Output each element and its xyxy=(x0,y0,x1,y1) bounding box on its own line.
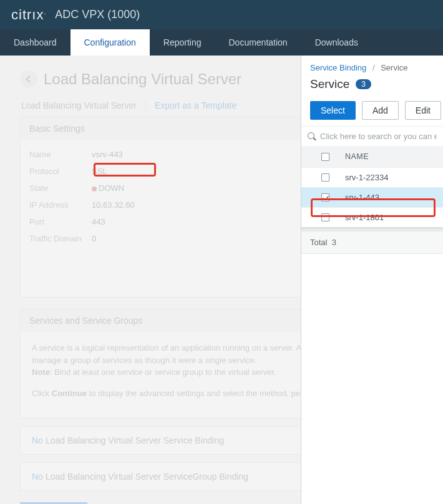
row-checkbox[interactable] xyxy=(321,213,329,221)
panel-title: Service xyxy=(310,77,349,91)
back-button[interactable] xyxy=(20,70,37,88)
arrow-left-icon xyxy=(26,75,32,82)
divider xyxy=(145,100,146,110)
table-row[interactable]: srv-1-22334 xyxy=(301,167,443,187)
select-all-checkbox[interactable] xyxy=(321,153,329,161)
field-name-label: Name xyxy=(29,150,92,159)
service-side-panel: Service Binding / Service Service 3 Sele… xyxy=(301,56,443,504)
search-icon xyxy=(308,132,316,141)
add-button[interactable]: Add xyxy=(362,101,399,120)
row-name: srv-1-443 xyxy=(340,193,434,202)
menu-documentation[interactable]: Documentation xyxy=(215,29,301,56)
crumb-service-binding[interactable]: Service Binding xyxy=(310,63,366,72)
export-template-link[interactable]: Export as a Template xyxy=(155,100,236,110)
field-port-value: 443 xyxy=(92,217,105,226)
row-checkbox[interactable] xyxy=(321,193,329,201)
field-protocol-value: SSL xyxy=(92,167,107,176)
column-name[interactable]: NAME xyxy=(340,152,434,161)
crumb-service: Service xyxy=(381,63,407,72)
row-name: srv-1-22334 xyxy=(340,173,434,182)
top-bar: citrıx. ADC VPX (1000) xyxy=(0,0,443,29)
field-port-label: Port xyxy=(29,217,92,226)
main-menu: Dashboard Configuration Reporting Docume… xyxy=(0,29,443,56)
menu-downloads[interactable]: Downloads xyxy=(301,29,372,56)
brand-logo: citrıx. xyxy=(11,7,46,23)
menu-reporting[interactable]: Reporting xyxy=(150,29,215,56)
menu-configuration[interactable]: Configuration xyxy=(71,29,150,56)
breadcrumb: Service Binding / Service xyxy=(301,56,443,75)
total-row: Total 3 xyxy=(301,231,443,254)
field-state-value: DOWN xyxy=(92,183,124,193)
search-input[interactable] xyxy=(320,132,437,141)
service-count-pill: 3 xyxy=(356,79,371,89)
row-name: srv-1-1801 xyxy=(340,213,434,222)
row-checkbox[interactable] xyxy=(321,173,329,182)
field-traffic-domain-label: Traffic Domain xyxy=(29,234,92,243)
product-name: ADC VPX (1000) xyxy=(55,8,140,21)
field-ip-label: IP Address xyxy=(29,200,92,210)
table-row[interactable]: srv-1-1801 xyxy=(301,207,443,227)
table-header: NAME xyxy=(301,146,443,167)
state-down-icon xyxy=(92,187,97,191)
field-state-label: State xyxy=(29,183,92,193)
menu-dashboard[interactable]: Dashboard xyxy=(0,29,71,56)
field-ip-value: 10.63.32.60 xyxy=(92,200,135,210)
select-button[interactable]: Select xyxy=(310,101,356,120)
table-row[interactable]: srv-1-443 xyxy=(301,187,443,207)
edit-button[interactable]: Edit xyxy=(405,101,441,120)
page-title: Load Balancing Virtual Server xyxy=(44,70,241,88)
field-traffic-domain-value: 0 xyxy=(92,234,96,243)
page-subtitle: Load Balancing Virtual Server xyxy=(21,100,137,110)
field-protocol-label: Protocol xyxy=(29,167,92,176)
field-name-value: vsrv-443 xyxy=(92,150,123,159)
